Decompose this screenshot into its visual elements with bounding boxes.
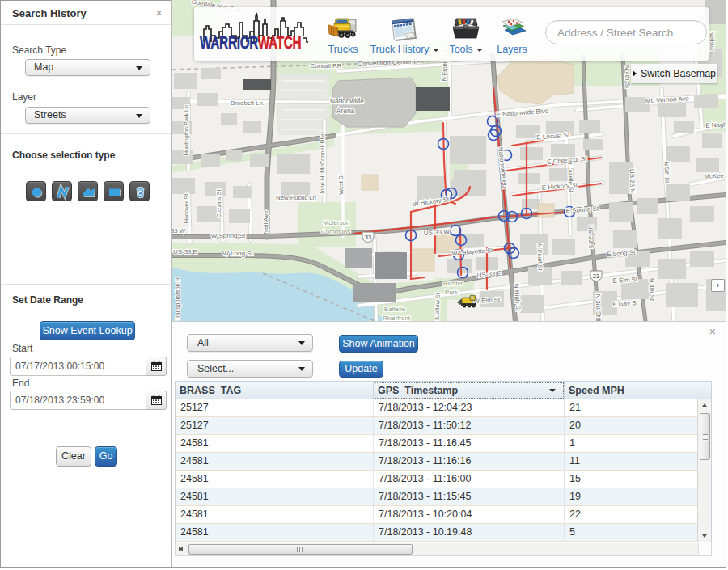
app-border (0, 0, 726, 568)
warriorwatch-app: Search History × Search Type Map Layer S… (0, 0, 728, 570)
